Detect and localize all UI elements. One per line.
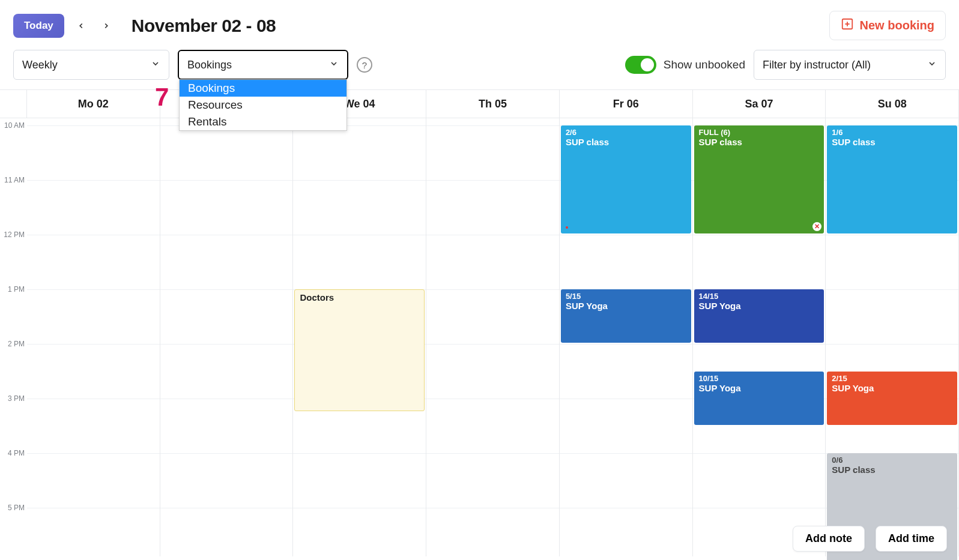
- calendar-event[interactable]: 2/15SUP Yoga: [827, 372, 957, 425]
- hour-label: 4 PM: [8, 449, 25, 457]
- annotation-marker: 7: [155, 83, 169, 112]
- booking-type-select[interactable]: Bookings: [178, 50, 348, 80]
- day-header: Sa 07: [693, 90, 826, 118]
- dropdown-option-resources[interactable]: Resources: [180, 97, 346, 113]
- event-capacity: 2/15: [832, 374, 952, 383]
- help-icon[interactable]: ?: [357, 57, 372, 73]
- hour-label: 3 PM: [8, 394, 25, 403]
- event-title: SUP class: [566, 137, 686, 147]
- time-gutter: 10 AM11 AM12 PM1 PM2 PM3 PM4 PM5 PM: [0, 118, 27, 556]
- add-note-button[interactable]: Add note: [793, 526, 865, 552]
- hour-label: 1 PM: [8, 285, 25, 294]
- event-capacity: 0/6: [832, 456, 952, 465]
- plus-box-icon: [841, 17, 854, 34]
- day-column[interactable]: [27, 118, 160, 556]
- hour-label: 2 PM: [8, 340, 25, 348]
- calendar-event[interactable]: 10/15SUP Yoga: [694, 372, 824, 425]
- add-time-button[interactable]: Add time: [876, 526, 947, 552]
- day-header: Fr 06: [560, 90, 693, 118]
- calendar-event[interactable]: 1/6SUP class: [827, 125, 957, 233]
- indicator-dot: [566, 226, 568, 229]
- show-unbooked-toggle[interactable]: [625, 56, 656, 74]
- event-title: SUP class: [832, 137, 952, 147]
- calendar-grid[interactable]: Doctors2/6SUP class5/15SUP YogaFULL (6)S…: [27, 118, 959, 556]
- hour-label: 11 AM: [4, 176, 25, 184]
- day-column[interactable]: [426, 118, 560, 556]
- day-header: Mo 02: [27, 90, 160, 118]
- booking-type-value: Bookings: [187, 59, 232, 71]
- new-booking-label: New booking: [860, 19, 934, 32]
- hour-label: 5 PM: [8, 504, 25, 512]
- calendar-event[interactable]: 2/6SUP class: [561, 125, 691, 233]
- event-title: SUP class: [699, 137, 820, 147]
- dropdown-option-bookings[interactable]: Bookings: [180, 80, 346, 97]
- date-range-title: November 02 - 08: [132, 16, 276, 36]
- event-title: SUP class: [832, 465, 952, 475]
- close-icon[interactable]: ✕: [812, 222, 821, 231]
- calendar-event[interactable]: FULL (6)SUP class✕: [694, 125, 824, 233]
- event-title: SUP Yoga: [832, 383, 952, 393]
- day-column[interactable]: [160, 118, 294, 556]
- show-unbooked-label: Show unbooked: [664, 58, 745, 71]
- event-title: Doctors: [300, 292, 419, 303]
- calendar-body[interactable]: 10 AM11 AM12 PM1 PM2 PM3 PM4 PM5 PM Doct…: [0, 118, 959, 556]
- chevron-down-icon: [329, 59, 339, 71]
- prev-week-button[interactable]: [73, 17, 89, 34]
- toggle-knob: [641, 58, 654, 71]
- next-week-button[interactable]: [98, 17, 115, 34]
- view-period-value: Weekly: [22, 59, 58, 71]
- instructor-filter-value: Filter by instructor (All): [763, 59, 871, 71]
- event-capacity: 5/15: [566, 292, 686, 301]
- event-title: SUP Yoga: [699, 301, 820, 311]
- calendar-event[interactable]: 5/15SUP Yoga: [561, 289, 691, 343]
- event-capacity: 1/6: [832, 128, 952, 137]
- event-title: SUP Yoga: [699, 383, 820, 393]
- day-column[interactable]: 2/6SUP class5/15SUP Yoga: [560, 118, 693, 556]
- event-capacity: 14/15: [699, 292, 820, 301]
- calendar-event[interactable]: 14/15SUP Yoga: [694, 289, 824, 343]
- day-header: Th 05: [426, 90, 560, 118]
- instructor-filter-select[interactable]: Filter by instructor (All): [754, 50, 946, 80]
- calendar: Mo 02 Tu 03 We 04 Th 05 Fr 06 Sa 07 Su 0…: [0, 89, 959, 556]
- today-button[interactable]: Today: [13, 14, 64, 38]
- day-column[interactable]: FULL (6)SUP class✕14/15SUP Yoga10/15SUP …: [693, 118, 826, 556]
- booking-type-dropdown: Bookings Resources Rentals: [179, 79, 347, 131]
- calendar-days-header: Mo 02 Tu 03 We 04 Th 05 Fr 06 Sa 07 Su 0…: [0, 89, 959, 118]
- hour-label: 12 PM: [4, 230, 25, 239]
- calendar-note[interactable]: Doctors: [294, 289, 425, 411]
- time-gutter-header: [0, 90, 27, 118]
- new-booking-button[interactable]: New booking: [829, 11, 946, 40]
- day-column[interactable]: 1/6SUP class2/15SUP Yoga0/6SUP class: [826, 118, 959, 556]
- event-capacity: 10/15: [699, 374, 820, 383]
- event-title: SUP Yoga: [566, 301, 686, 311]
- hour-label: 10 AM: [4, 121, 25, 130]
- day-column[interactable]: Doctors: [293, 118, 426, 556]
- event-capacity: FULL (6): [699, 128, 820, 137]
- dropdown-option-rentals[interactable]: Rentals: [180, 113, 346, 130]
- day-header: Su 08: [826, 90, 959, 118]
- view-period-select[interactable]: Weekly: [13, 50, 169, 80]
- chevron-down-icon: [927, 59, 937, 71]
- chevron-down-icon: [151, 59, 160, 71]
- event-capacity: 2/6: [566, 128, 686, 137]
